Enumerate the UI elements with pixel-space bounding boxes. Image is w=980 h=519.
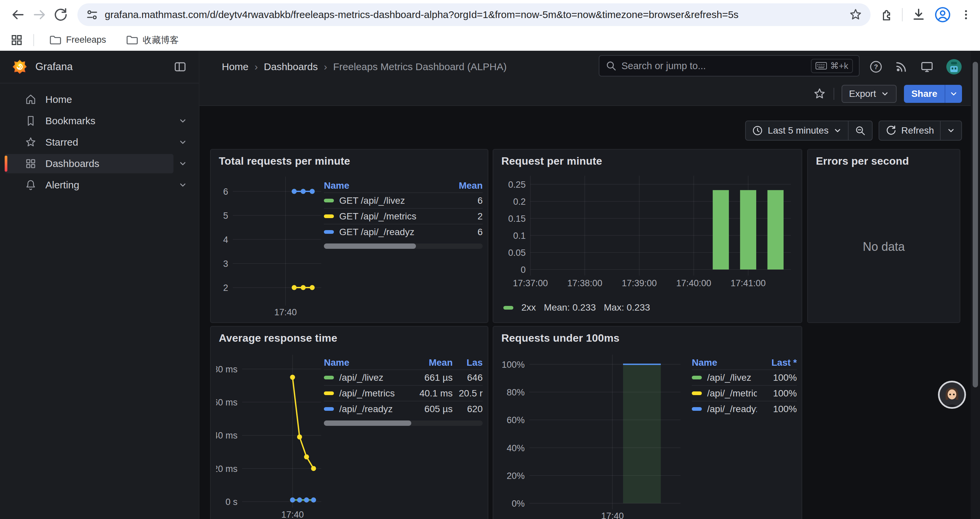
legend-column-name[interactable]: Name [324,357,399,368]
svg-text:5: 5 [223,211,228,221]
legend-row[interactable]: /api/_/metrics40.1 ms20.5 r [324,385,483,401]
bookmark-star-icon[interactable] [849,8,862,22]
dock-sidebar-icon[interactable] [173,60,187,73]
legend-scrollbar-thumb[interactable] [324,243,416,249]
panel-title[interactable]: Errors per second [816,155,909,167]
legend-row[interactable]: /api/_/livez661 µs646 [324,369,483,385]
monitor-icon[interactable] [920,60,934,74]
news-rss-icon[interactable] [895,60,908,73]
panel-title[interactable]: Total requests per minute [219,155,350,167]
legend-column-mean[interactable]: Mean [442,180,483,191]
sidebar-link[interactable]: Home [5,90,192,109]
share-button[interactable]: Share [904,85,962,103]
legend-row[interactable]: /api/_/readyz100% [692,401,797,417]
chevron-down-icon[interactable] [173,138,192,147]
export-label: Export [849,88,876,99]
legend-scrollbar[interactable] [324,243,483,249]
request-per-minute-legend[interactable]: 2xx Mean: 0.233 Max: 0.233 [503,302,650,313]
legend-row[interactable]: /api/_/livez100% [692,369,797,385]
sidebar-item-alerting[interactable]: Alerting [5,174,192,196]
scrollbar-thumb[interactable] [973,62,978,387]
home-icon [25,94,37,105]
url-text[interactable]: grafana.mathmast.com/d/deytv4rwavabkb/fr… [105,9,849,21]
legend-row[interactable]: GET /api/_/metrics2 [324,208,483,224]
series-name[interactable]: 2xx [521,302,536,313]
svg-text:40 ms: 40 ms [216,431,237,441]
floating-assistant-avatar[interactable] [938,381,966,409]
legend-column-last-[interactable]: Last * [757,357,797,368]
tune-icon[interactable] [85,8,99,21]
panel-request-per-minute[interactable]: Request per minute 0.250.20.150.10.05017… [493,149,802,323]
breadcrumb-home[interactable]: Home [222,61,248,72]
browser-chrome: grafana.mathmast.com/d/deytv4rwavabkb/fr… [0,0,980,51]
extensions-icon[interactable] [879,8,893,22]
total-requests-chart[interactable]: 6543217:40 [216,171,326,319]
browser-menu-icon[interactable] [959,8,973,21]
legend-row[interactable]: GET /api/_/readyz6 [324,224,483,240]
chevron-down-icon[interactable] [173,181,192,189]
grafana-logo[interactable] [12,59,27,75]
bookmark-folder-blogs[interactable]: 收藏博客 [121,32,183,48]
svg-text:17:38:00: 17:38:00 [567,278,602,288]
panel-under-100ms[interactable]: Requests under 100ms 100%80%60%40%20%0%1… [493,326,802,519]
no-data-message: No data [808,240,960,254]
legend-column-las[interactable]: Las [453,357,483,368]
panel-total-requests[interactable]: Total requests per minute 6543217:40 Nam… [210,149,488,323]
panel-title[interactable]: Average response time [219,332,337,344]
breadcrumb-dashboards[interactable]: Dashboards [264,61,318,72]
search-input[interactable]: Search or jump to... ⌘+k [599,55,859,77]
help-icon[interactable]: ? [869,60,883,73]
legend-column-mean[interactable]: Mean [399,357,453,368]
export-button[interactable]: Export [842,85,897,103]
legend-column-name[interactable]: Name [324,180,442,191]
legend-row[interactable]: GET /api/_/livez6 [324,192,483,208]
legend-column-name[interactable]: Name [692,357,757,368]
share-dropdown-button[interactable] [945,85,962,103]
panel-avg-response-time[interactable]: Average response time 80 ms60 ms40 ms20 … [210,326,488,519]
zoom-out-button[interactable] [848,121,872,140]
sidebar-link[interactable]: Bookmarks [5,111,173,131]
time-range-picker[interactable]: Last 5 minutes [746,121,848,140]
sidebar-item-dashboards[interactable]: Dashboards [5,153,192,174]
sidebar-item-starred[interactable]: Starred [5,132,192,153]
legend-scrollbar[interactable] [324,420,483,426]
sidebar-link[interactable]: Alerting [5,175,173,195]
avg-response-chart[interactable]: 80 ms60 ms40 ms20 ms0 s17:40 [216,348,326,519]
sidebar-link[interactable]: Dashboards [5,154,173,173]
sidebar-link[interactable]: Starred [5,133,173,152]
page-scrollbar[interactable] [970,51,980,519]
forward-button[interactable] [29,4,50,26]
sidebar-item-bookmarks[interactable]: Bookmarks [5,110,192,132]
legend-scrollbar-thumb[interactable] [324,420,411,426]
sidebar-item-home[interactable]: Home [5,89,192,110]
user-avatar[interactable] [946,59,962,75]
brand-name[interactable]: Grafana [35,61,173,73]
browser-toolbar: grafana.mathmast.com/d/deytv4rwavabkb/fr… [0,0,980,29]
chevron-down-icon[interactable] [173,117,192,125]
request-per-minute-chart[interactable]: 0.250.20.150.10.05017:37:0017:38:0017:39… [499,171,797,305]
refresh-button[interactable]: Refresh [879,121,940,140]
panel-title[interactable]: Requests under 100ms [501,332,619,344]
legend-row[interactable]: /api/_/readyz605 µs620 [324,401,483,417]
zoom-out-icon [854,125,866,136]
profile-avatar-icon[interactable] [935,7,951,23]
back-button[interactable] [7,4,29,26]
legend-row[interactable]: /api/_/metrics100% [692,385,797,401]
chevron-down-icon[interactable] [173,159,192,168]
legend-header: NameMeanLas [324,356,483,369]
sidebar-brand-row: Grafana [0,51,199,83]
url-bar[interactable]: grafana.mathmast.com/d/deytv4rwavabkb/fr… [77,3,870,26]
refresh-interval-dropdown[interactable] [940,121,961,140]
time-range-group: Last 5 minutes [745,121,873,141]
sidebar: Grafana HomeBookmarksStarredDashboardsAl… [0,51,199,519]
bookmark-folder-freeleaps[interactable]: Freeleaps [44,32,111,48]
reload-button[interactable] [50,4,72,26]
favorite-star-icon[interactable] [813,87,826,101]
apps-grid-icon[interactable] [10,34,23,47]
panel-errors-per-second[interactable]: Errors per second No data [807,149,960,323]
under-100ms-chart[interactable]: 100%80%60%40%20%0%17:40 [499,348,686,519]
panel-title[interactable]: Request per minute [501,155,602,167]
download-icon[interactable] [911,7,926,22]
star-icon [25,136,37,148]
legend-header: NameMean [324,179,483,192]
